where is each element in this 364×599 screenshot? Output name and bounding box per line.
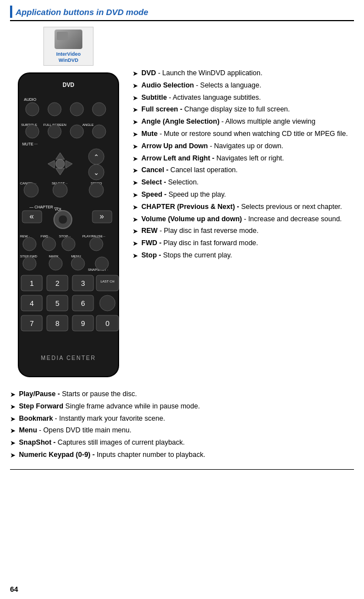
right-bullet-item: ➤Cancel - Cancel last operation.: [132, 165, 354, 176]
bullet-arrow-icon: ➤: [132, 203, 138, 212]
svg-point-50: [23, 257, 36, 270]
bullet-text: FWD - Play disc in fast forward mode.: [141, 238, 258, 249]
bullet-arrow-icon: ➤: [132, 142, 138, 152]
bullet-text: DVD - Launch the WinDVD application.: [141, 69, 262, 79]
bullet-arrow-icon: ➤: [132, 227, 138, 236]
svg-text:— CHAPTER —: — CHAPTER —: [29, 205, 58, 209]
svg-rect-61: [96, 275, 119, 291]
svg-text:⌄: ⌄: [94, 169, 99, 177]
right-bullet-item: ➤DVD - Launch the WinDVD application.: [132, 69, 354, 79]
right-bullet-item: ➤CHAPTER (Previous & Next) - Selects pre…: [132, 202, 354, 212]
bullet-arrow-icon: ➤: [132, 118, 138, 127]
svg-text:5: 5: [55, 299, 59, 308]
logo-icon: [55, 30, 82, 49]
svg-point-19: [56, 159, 65, 168]
bullet-arrow-icon: ➤: [132, 81, 138, 91]
bullet-text: Stop - Stops the current play.: [141, 251, 232, 261]
bullet-arrow-icon: ➤: [132, 191, 138, 200]
bullet-arrow-icon: ➤: [132, 105, 138, 115]
svg-point-27: [24, 183, 38, 197]
bullet-text: Cancel - Cancel last operation.: [141, 165, 238, 176]
header-accent-bar: [10, 6, 12, 18]
right-content-column: ➤DVD - Launch the WinDVD application.➤Au…: [132, 27, 354, 384]
svg-text:«: «: [29, 212, 34, 221]
bullet-arrow-icon: ➤: [132, 239, 138, 249]
bullet-arrow-icon: ➤: [132, 178, 138, 188]
svg-point-13: [92, 125, 106, 138]
right-bullet-item: ➤Select - Selection.: [132, 178, 354, 188]
svg-text:0: 0: [105, 319, 109, 328]
svg-text:AUDIO: AUDIO: [24, 98, 37, 101]
svg-point-3: [26, 103, 39, 116]
svg-text:9: 9: [81, 319, 85, 328]
svg-text:8: 8: [55, 319, 59, 328]
bullet-arrow-icon: ➤: [10, 402, 16, 412]
svg-point-54: [95, 257, 109, 270]
bottom-bullet-item: ➤Step Forward Single frame advance while…: [10, 402, 354, 412]
bottom-bullet-list: ➤Play/Pause - Starts or pause the disc.➤…: [10, 389, 354, 460]
bullet-text: Step Forward Single frame advance while …: [19, 402, 200, 412]
bottom-bullet-item: ➤SnapShot - Captures still images of cur…: [10, 438, 354, 448]
bullet-arrow-icon: ➤: [10, 426, 16, 436]
right-bullet-item: ➤Arrow Up and Down - Navigates up or dow…: [132, 142, 354, 152]
svg-point-11: [48, 125, 61, 138]
top-section: InterVideoWinDVD DVD AUDIO: [10, 27, 354, 384]
svg-text:3: 3: [81, 279, 85, 288]
svg-text:6: 6: [81, 299, 85, 308]
bullet-text: SnapShot - Captures still images of curr…: [19, 438, 185, 448]
right-bullet-item: ➤Full screen - Change display size to fu…: [132, 105, 354, 115]
svg-text:MUTE ···: MUTE ···: [22, 142, 38, 146]
bullet-text: CHAPTER (Previous & Next) - Selects prev…: [141, 202, 342, 212]
svg-text:LAST CH: LAST CH: [100, 280, 114, 283]
page-title: Application buttons in DVD mode: [16, 7, 148, 17]
bullet-text: Menu - Opens DVD title main menu.: [19, 426, 131, 436]
bullet-text: Subtitle - Activates language subtitles.: [141, 93, 261, 103]
right-bullet-item: ➤Mute - Mute or restore sound when watch…: [132, 129, 354, 139]
bullet-text: Arrow Up and Down - Navigates up or down…: [141, 142, 283, 152]
bullet-arrow-icon: ➤: [132, 69, 138, 79]
bullet-text: Audio Selection - Selects a language.: [141, 81, 261, 91]
bottom-bullet-item: ➤Play/Pause - Starts or pause the disc.: [10, 389, 354, 400]
page-container: Application buttons in DVD mode InterVid…: [0, 0, 364, 599]
bullet-arrow-icon: ➤: [132, 94, 138, 103]
page-header: Application buttons in DVD mode: [10, 6, 354, 21]
svg-text:2: 2: [55, 279, 59, 288]
right-bullet-item: ➤Volume (Volume up and down) - Increase …: [132, 215, 354, 225]
svg-point-38: [58, 215, 67, 224]
svg-text:⌃: ⌃: [94, 153, 99, 161]
svg-point-51: [49, 257, 62, 270]
bullet-text: REW - Play disc in fast reverse mode.: [141, 226, 259, 236]
svg-text:MEDIA CENTER: MEDIA CENTER: [41, 355, 96, 361]
bottom-bullet-item: ➤Bookmark - Instantly mark your favorite…: [10, 414, 354, 424]
bullet-text: Bookmark - Instantly mark your favorite …: [19, 414, 165, 424]
right-bullet-item: ➤FWD - Play disc in fast forward mode.: [132, 238, 354, 249]
bullet-text: Speed - Speed up the play.: [141, 190, 226, 200]
bullet-arrow-icon: ➤: [132, 166, 138, 176]
page-number: 64: [10, 585, 18, 593]
logo-text: InterVideoWinDVD: [56, 51, 81, 64]
svg-point-44: [42, 237, 56, 251]
right-bullet-item: ➤Audio Selection - Selects a language.: [132, 81, 354, 91]
bullet-text: Play/Pause - Starts or pause the disc.: [19, 389, 137, 400]
right-bullet-item: ➤Angle (Angle Selection) - Allows multip…: [132, 117, 354, 127]
svg-text:4: 4: [29, 299, 33, 308]
svg-point-46: [90, 237, 103, 251]
logo-box: InterVideoWinDVD: [43, 27, 94, 66]
bullet-arrow-icon: ➤: [10, 451, 16, 460]
remote-image: DVD AUDIO SUBTITLE FULL SCREEN ANGLE: [10, 70, 127, 384]
svg-point-4: [48, 103, 61, 116]
bullet-text: Select - Selection.: [141, 178, 199, 188]
svg-point-10: [26, 125, 39, 138]
bottom-bullet-item: ➤Numeric Keypad (0-9) - Inputs chapter n…: [10, 450, 354, 460]
bullet-text: Angle (Angle Selection) - Allows multipl…: [141, 117, 316, 127]
svg-text:ANGLE: ANGLE: [82, 123, 94, 126]
svg-point-12: [70, 125, 83, 138]
bullet-arrow-icon: ➤: [132, 154, 138, 164]
bullet-arrow-icon: ➤: [10, 390, 16, 400]
bottom-bullet-item: ➤Menu - Opens DVD title main menu.: [10, 426, 354, 436]
bullet-text: Numeric Keypad (0-9) - Inputs chapter nu…: [19, 450, 205, 460]
bullet-arrow-icon: ➤: [132, 130, 138, 139]
remote-column: InterVideoWinDVD DVD AUDIO: [10, 27, 127, 384]
bullet-text: Arrow Left and Right - Navigates left or…: [141, 154, 284, 164]
bullet-arrow-icon: ➤: [132, 215, 138, 225]
